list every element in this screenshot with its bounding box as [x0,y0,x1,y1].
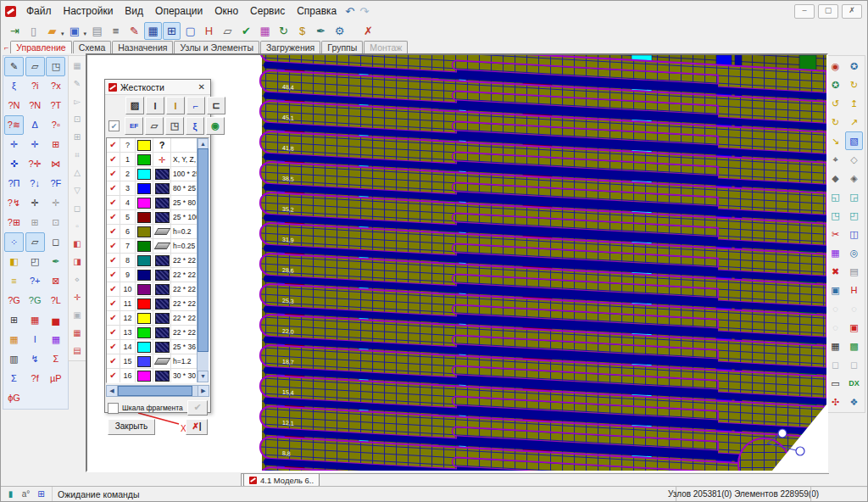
sum-cross-icon[interactable]: Σ [4,369,24,388]
red-frag2-icon[interactable]: ◨ [70,253,85,271]
stiffness-row-15[interactable]: ✔15h=1.2 [107,354,198,369]
query-g2-icon[interactable]: ?G [25,291,45,310]
fragment-scale-checkbox[interactable] [108,403,119,414]
planet-icon[interactable]: ✪ [826,75,844,94]
red-table-icon[interactable]: ▦ [70,324,85,342]
row-visibility-checkbox[interactable]: ✔ [107,138,120,152]
assign-stiffness-icon[interactable]: ?≋ [4,115,24,135]
dialog-close-icon[interactable]: ✕ [197,82,207,92]
stiffness-row-?[interactable]: ✔?? [107,138,198,153]
ibeam-colored-icon[interactable]: I [166,97,185,114]
fly-x-icon[interactable]: ↘ [826,131,844,150]
sum-grid-icon[interactable]: Σ [46,349,65,369]
node-list-icon[interactable]: ⁘ [4,232,24,252]
row-visibility-checkbox[interactable]: ✔ [107,239,120,253]
row-visibility-checkbox[interactable]: ✔ [107,225,120,238]
stiffness-row-5[interactable]: ✔525 * 100 [107,210,198,225]
proj-top-icon[interactable]: ◈ [845,169,863,187]
draw-solid-icon[interactable]: ◳ [46,57,65,76]
draw-rod-icon[interactable]: ✎ [4,57,24,76]
span-load-icon[interactable]: ?Π [4,174,24,193]
units-icon[interactable]: a° [19,488,33,501]
exit-project-icon[interactable]: ⇥ [6,22,24,40]
row-visibility-checkbox[interactable]: ✔ [107,311,120,325]
globe-3d-icon[interactable]: ✪ [845,57,863,75]
open-folder-icon[interactable]: ▰ [43,22,61,40]
table-g-icon[interactable]: ▦ [46,330,65,349]
grid-dark-icon[interactable]: ▦ [826,337,844,355]
html-image-icon[interactable]: H [845,281,863,299]
erase-model-icon[interactable]: ✗ [359,22,377,40]
mesh-grid-icon[interactable]: ▦ [25,310,45,330]
spring-icon[interactable]: ξ [4,76,24,96]
windows-icon[interactable]: ◫ [845,225,863,243]
layers-icon[interactable]: ≡ [4,271,24,291]
ef-numeric-icon[interactable]: EF [125,117,143,135]
cube-wire-icon[interactable]: ◰ [25,252,45,271]
refresh-model-icon[interactable]: ↻ [275,22,292,40]
rotate-x-icon[interactable]: ↻ [845,75,863,94]
tab-6[interactable]: Группы [321,41,363,53]
stiffness-row-9[interactable]: ✔922 * 22 [107,268,198,282]
row-visibility-checkbox[interactable]: ✔ [107,181,120,195]
image-view-icon[interactable]: ▣ [826,281,844,299]
stiffness-row-3[interactable]: ✔380 * 25 [107,181,198,196]
stiffness-row-11[interactable]: ✔1122 * 22 [107,297,198,311]
plate-erase-icon[interactable]: ▱ [25,232,45,252]
node-delete-icon[interactable]: ?x [46,76,65,96]
row-visibility-checkbox[interactable]: ✔ [107,354,120,368]
cancel-fragment-button[interactable]: ✗| [186,419,208,435]
fly-y-icon[interactable]: ↗ [845,113,863,131]
menu-item-3[interactable]: Вид [119,3,149,20]
cube-front-icon[interactable]: ◱ [826,187,844,206]
move-node-icon[interactable]: ✜ [4,154,24,174]
plate-type-icon[interactable]: ▱ [145,117,164,135]
element-group-icon[interactable]: ?▫ [46,115,65,135]
stiffness-row-4[interactable]: ✔425 * 80 [107,196,198,210]
flame-g-icon[interactable]: ϕG [4,388,24,408]
new-document-icon[interactable]: ▯ [25,22,42,40]
row-visibility-checkbox[interactable]: ✔ [107,340,120,354]
grid-status-icon[interactable]: ⊞ [34,488,48,501]
cross-node2-icon[interactable]: ✛ [25,135,45,154]
ef-corner-icon[interactable]: ⌐ [186,97,205,114]
grid-cross-icon[interactable]: ✛ [25,193,45,213]
calculator-icon[interactable]: ⊞ [163,22,181,40]
query-ng-icon[interactable]: ?N [25,96,45,115]
dx-export-icon[interactable]: DX [845,374,863,393]
redo-icon[interactable]: ↷ [357,5,371,18]
row-visibility-checkbox[interactable]: ✔ [107,297,120,310]
list-hscrollbar[interactable]: ◀ ▶ [106,385,209,397]
cube-back-icon[interactable]: ◲ [845,187,863,206]
grid-green-icon[interactable]: ▩ [845,337,863,355]
zoom-icon[interactable]: ◎ [845,243,863,262]
scroll-left-icon[interactable]: ◀ [107,386,118,396]
rotate-z-icon[interactable]: ↻ [826,113,844,131]
scroll-right-icon[interactable]: ▶ [198,386,209,396]
mu-p-icon[interactable]: µP [46,369,65,388]
close-dialog-button[interactable]: Закрыть [108,419,155,435]
mesh-view-icon[interactable]: ▦ [144,22,162,40]
dimetric-view-icon[interactable]: ▧ [845,131,863,150]
maximize-button[interactable]: ▢ [818,4,838,19]
stiffness-row-10[interactable]: ✔1022 * 22 [107,282,198,297]
solid-type-icon[interactable]: ◳ [165,117,184,135]
row-visibility-checkbox[interactable]: ✔ [107,268,120,282]
hatch-section-icon[interactable]: ▨ [125,97,144,114]
tab-5[interactable]: Загружения [260,41,320,53]
mesh-purple-icon[interactable]: ▦ [826,243,844,262]
cut-scissors-icon[interactable]: ✂ [826,225,844,243]
axes-xyz-icon[interactable]: ⌖ [826,150,844,169]
import-section-icon[interactable]: ◉ [206,117,225,135]
force-load-icon[interactable]: ?F [46,174,65,193]
diagram-icon[interactable]: ▅ [46,310,65,330]
spectrum-b-icon[interactable]: ❖ [845,393,863,411]
spring-type-icon[interactable]: ξ [186,117,204,135]
delete-x-icon[interactable]: ✖ [826,262,844,281]
stiffness-row-14[interactable]: ✔1425 * 36 [107,340,198,354]
view-mode-icon[interactable]: ▮ [3,488,18,501]
print-small-icon[interactable]: ▤ [845,262,863,281]
ibeam-g-icon[interactable]: I [25,330,45,349]
query-n-icon[interactable]: ?N [4,96,24,115]
row-visibility-checkbox[interactable]: ✔ [107,167,120,181]
